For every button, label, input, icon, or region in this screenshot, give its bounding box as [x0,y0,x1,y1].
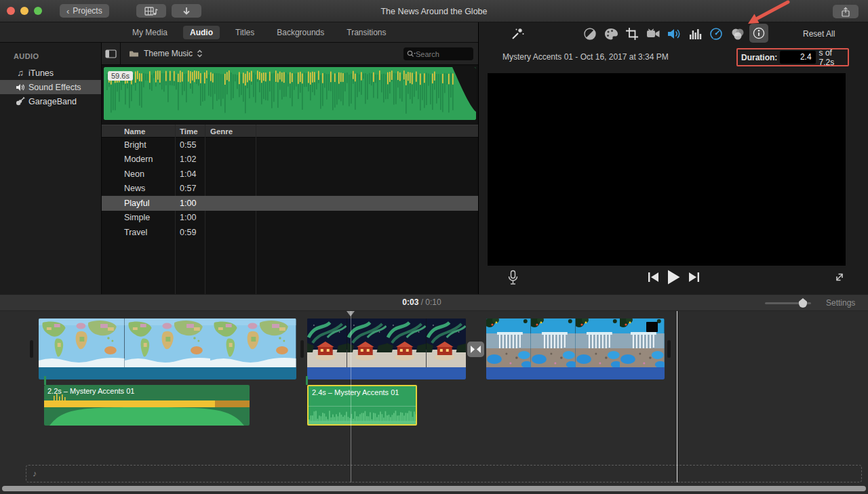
skip-to-end-button[interactable] [688,272,700,283]
info-button-active[interactable] [749,24,768,43]
sidebar-item-garageband[interactable]: GarageBand [0,94,101,108]
overlapping-circles-icon [730,28,745,41]
table-row[interactable]: Bright0:55 [102,138,478,152]
search-field[interactable] [403,47,473,60]
search-input[interactable] [416,50,463,58]
minimize-window-button[interactable] [20,7,28,15]
duration-suffix: s of 7.2s [819,48,844,67]
color-palette-icon [604,27,618,41]
background-music-well[interactable]: ♪ [26,465,862,482]
magic-wand-icon [510,26,525,41]
skip-to-start-button[interactable] [648,272,659,283]
tab-my-media[interactable]: My Media [125,26,174,39]
share-icon [841,7,850,17]
projects-back-button[interactable]: ‹ Projects [60,4,109,18]
stabilization-button[interactable] [645,26,661,42]
video-clip-waterfall[interactable] [486,318,665,379]
table-row[interactable]: Travel0:59 [102,225,478,240]
table-row[interactable]: Simple1:00 [102,211,478,226]
color-correction-button[interactable] [603,26,619,42]
equalizer-bars-icon [689,28,702,40]
tab-transitions[interactable]: Transitions [340,26,393,39]
color-balance-button[interactable] [582,26,598,42]
close-window-button[interactable] [7,7,15,15]
reset-all-button[interactable]: Reset All [803,29,835,39]
audio-clip-1[interactable]: 2.2s – Mystery Accents 01 [44,385,250,426]
media-browser-panel: My MediaAudioTitlesBackgroundsTransition… [0,22,478,294]
song-waveform-preview[interactable]: 59.6s [104,67,476,120]
audio-browser: Theme Music [102,43,478,294]
table-row[interactable]: News0:57 [102,182,478,197]
cell-time: 1:04 [175,169,205,179]
table-row[interactable]: Modern1:02 [102,152,478,167]
cell-time: 0:59 [175,228,205,237]
search-icon [407,50,416,58]
total-time: 0:10 [425,297,441,307]
table-row[interactable]: Playful1:00 [102,196,478,211]
filters-button[interactable] [729,26,745,42]
duration-input[interactable]: 2.4 [780,51,815,64]
sidebar-item-itunes[interactable]: ♫ iTunes [0,66,101,80]
trim-handle[interactable] [300,340,304,358]
audio-clip-label: 2.4s – Mystery Accents 01 [312,388,399,396]
share-button[interactable] [833,5,859,18]
speed-button[interactable] [708,26,724,42]
timeline-toolbar: 0:03 / 0:10 Settings [0,294,868,311]
cell-time: 0:55 [175,140,205,150]
audio-connector [306,376,308,385]
sidebar-toggle-button[interactable] [102,43,121,65]
sidebar-item-label: GarageBand [28,97,77,106]
trim-handle[interactable] [667,340,671,358]
enhance-wand-button[interactable] [509,26,526,42]
zoom-slider-thumb[interactable] [799,298,807,308]
video-clip-world-map[interactable] [39,318,296,379]
column-header-name[interactable]: Name [102,127,175,136]
audio-clip-2-selected[interactable]: 2.4s – Mystery Accents 01 [307,385,417,426]
music-note-icon: ♫ [14,68,27,78]
sidebar-item-sound-effects[interactable]: Sound Effects [0,80,101,94]
tab-backgrounds[interactable]: Backgrounds [270,26,331,39]
projects-button-label: Projects [73,6,102,16]
clip-audio-bar [39,367,296,379]
window-title: The News Around the Globe [0,0,868,22]
timeline-zoom-slider[interactable] [765,302,811,304]
trim-handle[interactable] [30,340,33,358]
back-chevron-icon: ‹ [66,6,69,16]
sidebar-item-label: iTunes [28,68,54,78]
horizontal-scrollbar[interactable] [2,486,866,491]
media-browser-button[interactable] [136,4,166,18]
speaker-icon [14,83,27,91]
play-button[interactable] [667,270,680,285]
crop-button[interactable] [624,26,640,42]
table-header: Name Time Genre [102,125,478,138]
cell-time: 1:02 [175,155,205,164]
noise-equalizer-button[interactable] [687,26,703,42]
zoom-window-button[interactable] [34,7,42,15]
volume-line[interactable] [309,406,416,407]
tab-audio[interactable]: Audio [183,26,220,39]
table-row[interactable]: Neon1:04 [102,167,478,182]
cell-name: Neon [102,169,175,179]
video-preview[interactable] [488,73,846,266]
column-header-time[interactable]: Time [175,127,205,136]
source-picker[interactable]: Theme Music [129,49,203,58]
column-header-genre[interactable]: Genre [205,127,233,136]
folder-icon [129,49,139,58]
volume-icon [667,28,682,40]
playhead-line[interactable] [351,311,351,482]
project-end-marker [677,311,677,482]
transition-icon[interactable] [467,342,484,357]
audio-clip-waveform [309,408,416,424]
video-clip-aurora[interactable] [307,318,466,379]
fullscreen-button[interactable] [833,271,846,283]
tab-titles[interactable]: Titles [229,26,261,39]
timeline-settings-button[interactable]: Settings [826,298,855,308]
color-balance-icon [583,27,597,41]
import-media-button[interactable] [172,4,201,18]
volume-button[interactable] [666,26,682,42]
sidebar-item-label: Sound Effects [28,83,81,92]
inspector-panel: Reset All Mystery Accents 01 - Oct 16, 2… [478,22,868,294]
speedometer-icon [709,27,723,41]
clip-thumbnails [307,318,466,367]
grid-music-icon [144,7,158,16]
